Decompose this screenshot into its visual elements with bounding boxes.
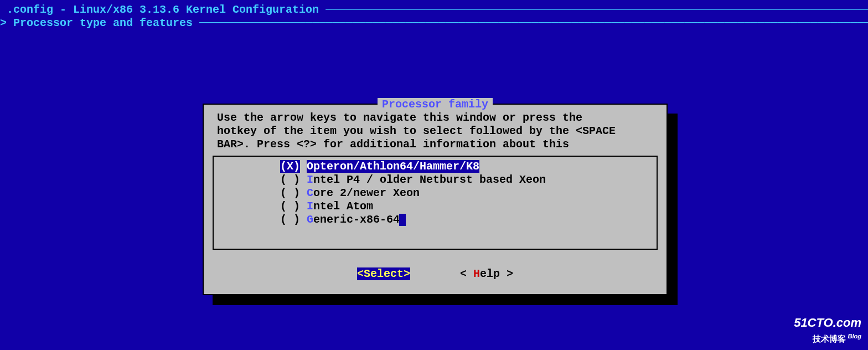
breadcrumb-prefix: > xyxy=(0,17,13,29)
dialog-title-wrap: Processor family xyxy=(204,98,666,111)
radio-marker: ( ) xyxy=(280,173,300,186)
help-hotkey: H xyxy=(473,267,480,280)
option-hotkey: O xyxy=(307,160,313,173)
dialog-title: Processor family xyxy=(378,98,493,111)
option-core2[interactable]: ( ) Core 2/newer Xeon xyxy=(214,187,657,200)
select-button[interactable]: <Select> xyxy=(357,267,410,280)
angle-close: > xyxy=(404,267,410,280)
help-line-2: hotkey of the item you wish to select fo… xyxy=(217,125,616,137)
config-title: .config - Linux/x86 3.13.6 Kernel Config… xyxy=(7,3,319,16)
watermark-line2: 技术博客Blog xyxy=(794,330,861,346)
angle-open: < xyxy=(357,267,364,280)
option-hotkey: I xyxy=(307,173,313,186)
option-generic-x86-64[interactable]: ( ) Generic-x86-64 xyxy=(214,213,657,227)
option-opteron[interactable]: (X) Opteron/Athlon64/Hammer/K8 xyxy=(214,160,657,173)
select-label: Select xyxy=(364,267,404,280)
dialog-help-text: Use the arrow keys to navigate this wind… xyxy=(204,105,666,156)
watermark: 51CTO.com 技术博客Blog xyxy=(794,316,861,346)
options-list: (X) Opteron/Athlon64/Hammer/K8 ( ) Intel… xyxy=(213,156,658,250)
text-cursor xyxy=(399,214,406,226)
help-button[interactable]: < Help > xyxy=(460,267,513,280)
help-rest: elp > xyxy=(480,267,513,280)
header-dash-1: ────────────────────────────────────────… xyxy=(326,3,868,16)
option-label: eneric-x86-64 xyxy=(313,213,400,226)
option-intel-atom[interactable]: ( ) Intel Atom xyxy=(214,200,657,213)
watermark-line1: 51CTO.com xyxy=(794,316,861,330)
breadcrumb-text: Processor type and features xyxy=(13,17,193,29)
option-intel-p4[interactable]: ( ) Intel P4 / older Netburst based Xeon xyxy=(214,173,657,187)
option-hotkey: C xyxy=(307,187,313,199)
header-line-1: .config - Linux/x86 3.13.6 Kernel Config… xyxy=(0,3,868,17)
help-line-1: Use the arrow keys to navigate this wind… xyxy=(217,111,582,124)
option-label: ntel Atom xyxy=(313,200,373,213)
option-hotkey: G xyxy=(307,213,313,226)
radio-marker: ( ) xyxy=(280,200,300,213)
dialog-box: Processor family Use the arrow keys to n… xyxy=(203,104,668,295)
help-open: < xyxy=(460,267,473,280)
radio-marker: ( ) xyxy=(280,213,300,226)
option-label: ntel P4 / older Netburst based Xeon xyxy=(313,173,546,186)
header-line-2: > Processor type and features ──────────… xyxy=(0,17,868,30)
option-label: pteron/Athlon64/Hammer/K8 xyxy=(313,160,479,173)
option-hotkey: I xyxy=(307,200,313,213)
radio-marker: (X) xyxy=(280,160,300,173)
radio-marker: ( ) xyxy=(280,187,300,199)
help-line-3: BAR>. Press <?> for additional informati… xyxy=(217,138,569,151)
watermark-blog: Blog xyxy=(848,333,861,339)
header-dash-2: ────────────────────────────────────────… xyxy=(199,17,868,29)
option-label: ore 2/newer Xeon xyxy=(313,187,420,199)
dialog-buttons: <Select>< Help > xyxy=(204,259,666,287)
